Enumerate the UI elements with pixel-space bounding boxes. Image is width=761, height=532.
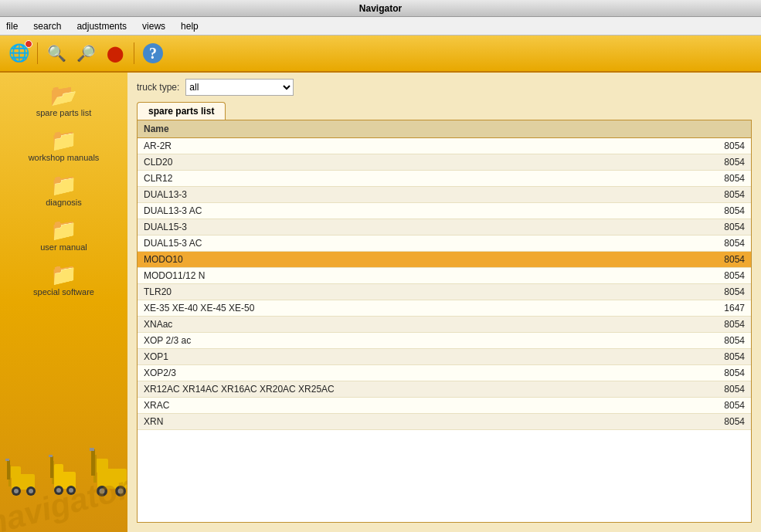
toolbar-separator-1 bbox=[37, 42, 38, 64]
cell-code: 8054 bbox=[665, 203, 751, 219]
svg-rect-1 bbox=[10, 466, 21, 478]
cell-code: 8054 bbox=[665, 219, 751, 236]
truck-svg-2 bbox=[48, 447, 87, 501]
table-container[interactable]: Name AR-2R8054CLD208054CLR128054DUAL13-3… bbox=[137, 120, 752, 523]
table-row[interactable]: MODO11/12 N8054 bbox=[138, 268, 751, 284]
menu-item-file[interactable]: file bbox=[3, 19, 21, 33]
tab-bar: spare parts list bbox=[127, 102, 761, 120]
table-row[interactable]: CLR128054 bbox=[138, 171, 751, 187]
table-row[interactable]: TLR208054 bbox=[138, 284, 751, 300]
table-row[interactable]: XRAC8054 bbox=[138, 398, 751, 414]
table-row[interactable]: XOP 2/3 ac8054 bbox=[138, 333, 751, 349]
app-title: Navigator bbox=[359, 3, 402, 14]
table-row[interactable]: XE-35 XE-40 XE-45 XE-501647 bbox=[138, 300, 751, 317]
zoom-button[interactable]: 🔎 bbox=[73, 41, 98, 66]
cell-code: 8054 bbox=[665, 252, 751, 268]
cell-code: 8054 bbox=[665, 398, 751, 414]
menu-item-search[interactable]: search bbox=[30, 19, 64, 33]
cell-name: DUAL13-3 bbox=[138, 187, 665, 203]
svg-point-8 bbox=[29, 489, 33, 493]
svg-rect-13 bbox=[49, 455, 53, 457]
table-row[interactable]: DUAL13-38054 bbox=[138, 187, 751, 203]
cell-name: XRAC bbox=[138, 398, 665, 414]
menu-bar: filesearchadjustmentsviewshelp bbox=[0, 17, 761, 36]
cell-name: DUAL13-3 AC bbox=[138, 203, 665, 219]
folder-icon-diagnosis: 📁 bbox=[50, 175, 77, 196]
sidebar-item-workshop-manuals[interactable]: 📁 workshop manuals bbox=[10, 125, 118, 167]
menu-item-views[interactable]: views bbox=[139, 19, 168, 33]
folder-icon-user-manual: 📁 bbox=[50, 219, 77, 241]
cell-name: XE-35 XE-40 XE-45 XE-50 bbox=[138, 300, 665, 317]
folder-icon-special-software: 📁 bbox=[50, 264, 77, 286]
tab-spare-parts-list[interactable]: spare parts list bbox=[137, 102, 226, 120]
cell-code: 8054 bbox=[665, 365, 751, 381]
svg-rect-4 bbox=[5, 459, 9, 461]
globe-button[interactable]: 🌐 bbox=[6, 41, 31, 66]
svg-rect-21 bbox=[91, 449, 95, 476]
col-code bbox=[665, 120, 751, 138]
folder-icon-workshop: 📁 bbox=[50, 130, 77, 151]
main-layout: 📂 spare parts list 📁 workshop manuals 📁 … bbox=[0, 73, 761, 532]
cell-name: CLR12 bbox=[138, 171, 665, 187]
sidebar-item-diagnosis-label: diagnosis bbox=[46, 198, 81, 207]
cell-code: 1647 bbox=[665, 300, 751, 317]
cell-name: XOP 2/3 ac bbox=[138, 333, 665, 349]
table-header: Name bbox=[138, 120, 751, 138]
cell-code: 8054 bbox=[665, 381, 751, 398]
cell-code: 8054 bbox=[665, 349, 751, 365]
cell-name: XNAac bbox=[138, 317, 665, 333]
menu-item-help[interactable]: help bbox=[178, 19, 202, 33]
cell-code: 8054 bbox=[665, 284, 751, 300]
cell-code: 8054 bbox=[665, 187, 751, 203]
table-body: AR-2R8054CLD208054CLR128054DUAL13-38054D… bbox=[138, 138, 751, 430]
truck-type-select[interactable]: alltype Atype Btype C bbox=[185, 79, 294, 96]
cell-name: XR12AC XR14AC XR16AC XR20AC XR25AC bbox=[138, 381, 665, 398]
table-row[interactable]: XRN8054 bbox=[138, 414, 751, 430]
table-row[interactable]: MODO108054 bbox=[138, 252, 751, 268]
cell-code: 8054 bbox=[665, 138, 751, 154]
truck-type-label: truck type: bbox=[137, 82, 179, 93]
svg-point-6 bbox=[14, 489, 19, 493]
sidebar-item-spare-parts-list[interactable]: 📂 spare parts list bbox=[10, 80, 118, 122]
sidebar-item-special-software[interactable]: 📁 special software bbox=[10, 259, 118, 301]
svg-rect-19 bbox=[96, 459, 108, 473]
svg-point-26 bbox=[118, 489, 124, 494]
cell-code: 8054 bbox=[665, 171, 751, 187]
table-row[interactable]: XOP2/38054 bbox=[138, 365, 751, 381]
truck-illustrations bbox=[4, 439, 127, 501]
content-area: truck type: alltype Atype Btype C spare … bbox=[127, 73, 761, 532]
spare-parts-table: Name AR-2R8054CLD208054CLR128054DUAL13-3… bbox=[138, 120, 751, 430]
help-button[interactable]: ? bbox=[141, 41, 165, 66]
toolbar: 🌐 🔍 🔎 ⬤ ? bbox=[0, 36, 761, 73]
sidebar-item-user-manual-label: user manual bbox=[40, 242, 87, 252]
sidebar-item-user-manual[interactable]: 📁 user manual bbox=[10, 215, 118, 256]
table-row[interactable]: DUAL15-3 AC8054 bbox=[138, 236, 751, 252]
cell-name: MODO11/12 N bbox=[138, 268, 665, 284]
svg-point-17 bbox=[69, 488, 73, 493]
table-row[interactable]: XNAac8054 bbox=[138, 317, 751, 333]
stop-button[interactable]: ⬤ bbox=[103, 41, 127, 66]
truck-svg-1 bbox=[4, 451, 46, 501]
svg-point-15 bbox=[56, 488, 61, 493]
cell-code: 8054 bbox=[665, 268, 751, 284]
cell-code: 8054 bbox=[665, 236, 751, 252]
table-row[interactable]: DUAL15-38054 bbox=[138, 219, 751, 236]
svg-rect-22 bbox=[90, 448, 94, 451]
table-row[interactable]: XR12AC XR14AC XR16AC XR20AC XR25AC8054 bbox=[138, 381, 751, 398]
cell-name: MODO10 bbox=[138, 252, 665, 268]
cell-name: TLR20 bbox=[138, 284, 665, 300]
cell-code: 8054 bbox=[665, 333, 751, 349]
search-button[interactable]: 🔍 bbox=[44, 41, 69, 66]
svg-rect-3 bbox=[7, 460, 10, 479]
cell-name: DUAL15-3 AC bbox=[138, 236, 665, 252]
cell-code: 8054 bbox=[665, 154, 751, 171]
cell-name: XRN bbox=[138, 414, 665, 430]
table-row[interactable]: XOP18054 bbox=[138, 349, 751, 365]
table-row[interactable]: AR-2R8054 bbox=[138, 138, 751, 154]
table-row[interactable]: CLD208054 bbox=[138, 154, 751, 171]
sidebar-item-spare-parts-list-label: spare parts list bbox=[36, 108, 92, 117]
table-row[interactable]: DUAL13-3 AC8054 bbox=[138, 203, 751, 219]
cell-name: XOP1 bbox=[138, 349, 665, 365]
sidebar-item-diagnosis[interactable]: 📁 diagnosis bbox=[10, 170, 118, 212]
menu-item-adjustments[interactable]: adjustments bbox=[73, 19, 130, 33]
